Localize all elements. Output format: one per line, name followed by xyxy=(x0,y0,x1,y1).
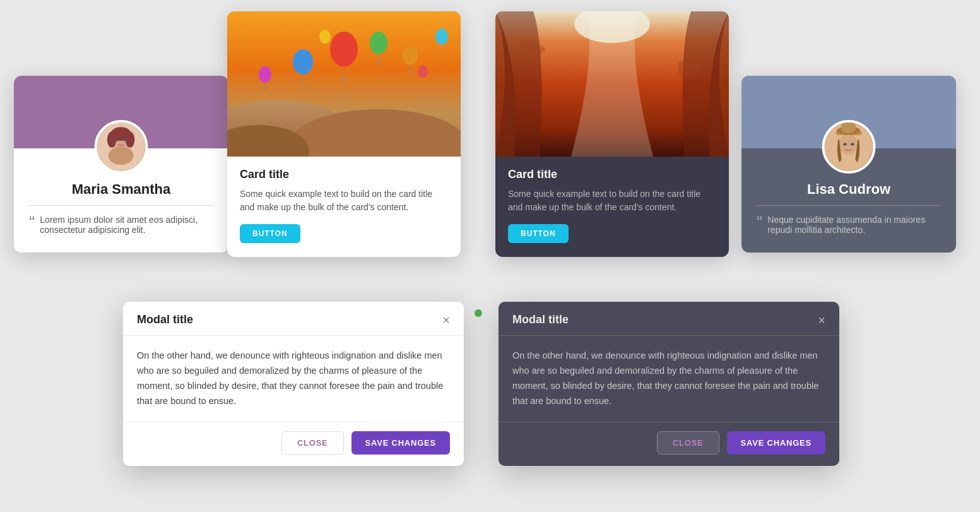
card-balloons-description: Some quick example text to build on the … xyxy=(240,188,448,214)
card-lisa-banner xyxy=(741,76,956,148)
balloons-illustration xyxy=(227,11,461,157)
card-balloons-body: Card title Some quick example text to bu… xyxy=(227,157,461,257)
divider xyxy=(29,205,213,206)
card-lisa: Lisa Cudrow “ Neque cupiditate assumenda… xyxy=(741,76,956,253)
svg-point-7 xyxy=(115,138,119,141)
svg-point-42 xyxy=(851,143,854,146)
card-lisa-name: Lisa Cudrow xyxy=(757,181,941,198)
svg-point-13 xyxy=(330,32,358,67)
modal-dark-save-button[interactable]: SAVE CHANGES xyxy=(727,431,825,455)
svg-point-37 xyxy=(839,134,858,155)
svg-rect-24 xyxy=(408,71,413,74)
card-maria-quote: “ Lorem ipsum dolor sit amet eos adipisc… xyxy=(29,215,213,235)
svg-point-41 xyxy=(843,143,846,146)
card-canyon-image xyxy=(495,11,729,157)
card-lisa-quote: “ Neque cupiditate assumenda in maiores … xyxy=(757,215,941,235)
modal-light-save-button[interactable]: SAVE CHANGES xyxy=(351,431,450,455)
svg-rect-18 xyxy=(300,82,305,85)
modal-light-close-x[interactable]: × xyxy=(442,314,450,326)
connector-dot xyxy=(475,309,482,317)
modal-dark: Modal title × On the other hand, we deno… xyxy=(499,302,839,466)
card-canyon-title: Card title xyxy=(508,168,716,181)
card-canyon-body: Card title Some quick example text to bu… xyxy=(495,157,729,257)
card-canyon-button[interactable]: BUTTON xyxy=(508,224,569,243)
svg-point-16 xyxy=(293,49,313,74)
divider-lisa xyxy=(757,205,941,206)
modal-dark-text: On the other hand, we denounce with righ… xyxy=(512,348,825,409)
svg-point-19 xyxy=(370,32,387,54)
svg-point-8 xyxy=(123,138,126,141)
card-balloons-image xyxy=(227,11,461,157)
canyon-illustration xyxy=(495,11,729,157)
card-maria-banner xyxy=(14,76,228,148)
card-canyon-description: Some quick example text to build on the … xyxy=(508,188,716,214)
modal-light-body: On the other hand, we denounce with righ… xyxy=(123,336,464,422)
svg-point-28 xyxy=(435,28,448,45)
modal-dark-close-button[interactable]: CLOSE xyxy=(657,431,719,455)
card-balloons: Card title Some quick example text to bu… xyxy=(227,11,461,257)
card-lisa-quote-text: Neque cupiditate assumenda in maiores re… xyxy=(767,215,941,235)
modal-light-footer: CLOSE SAVE CHANGES xyxy=(123,422,464,466)
modal-light: Modal title × On the other hand, we deno… xyxy=(123,302,464,466)
svg-point-2 xyxy=(109,146,134,165)
modal-dark-footer: CLOSE SAVE CHANGES xyxy=(499,422,839,466)
quote-icon-lisa: “ xyxy=(757,213,762,231)
svg-point-30 xyxy=(418,65,428,78)
card-maria-name: Maria Smantha xyxy=(29,181,213,198)
card-balloons-title: Card title xyxy=(240,168,448,181)
svg-point-5 xyxy=(107,131,116,147)
svg-point-29 xyxy=(319,30,331,44)
svg-point-6 xyxy=(126,131,134,147)
modal-light-header: Modal title × xyxy=(123,302,464,336)
card-balloons-button[interactable]: BUTTON xyxy=(240,224,300,243)
svg-point-25 xyxy=(259,66,271,83)
modal-light-title: Modal title xyxy=(137,313,193,326)
svg-point-22 xyxy=(403,46,418,65)
card-maria-quote-text: Lorem ipsum dolor sit amet eos adipisci,… xyxy=(40,215,213,235)
svg-rect-27 xyxy=(263,88,267,91)
card-maria: Maria Smantha “ Lorem ipsum dolor sit am… xyxy=(14,76,228,253)
modal-light-text: On the other hand, we denounce with righ… xyxy=(137,348,450,409)
modal-dark-close-x[interactable]: × xyxy=(818,314,825,326)
card-canyon: Card title Some quick example text to bu… xyxy=(495,11,729,257)
modal-dark-title: Modal title xyxy=(512,313,569,326)
scene: Maria Smantha “ Lorem ipsum dolor sit am… xyxy=(0,0,980,512)
quote-icon: “ xyxy=(29,213,35,231)
avatar-lisa xyxy=(822,120,876,174)
svg-rect-15 xyxy=(341,78,347,81)
modal-light-close-button[interactable]: CLOSE xyxy=(281,431,344,455)
modal-dark-header: Modal title × xyxy=(499,302,839,336)
modal-dark-body: On the other hand, we denounce with righ… xyxy=(499,336,839,422)
svg-rect-21 xyxy=(376,62,381,65)
avatar xyxy=(95,120,148,174)
